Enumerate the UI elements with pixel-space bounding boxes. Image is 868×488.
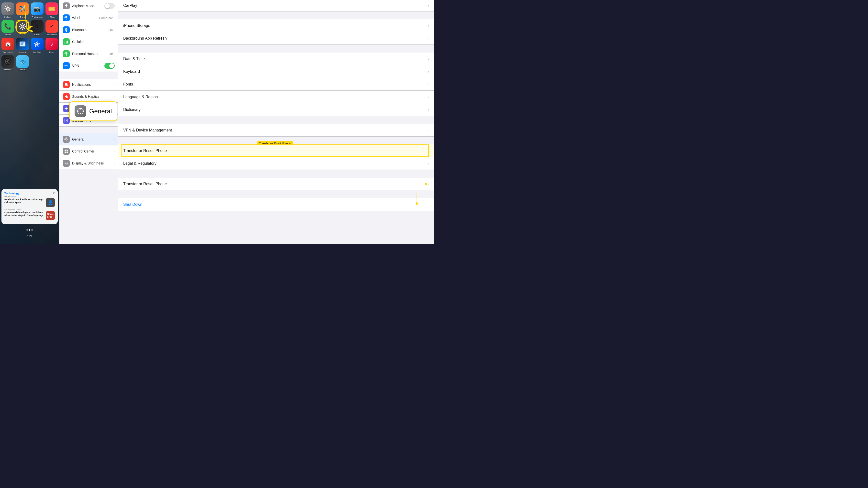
- app-item-journey[interactable]: Journey: [16, 38, 29, 53]
- date-time-chevron: ›: [428, 57, 429, 61]
- transfer-reset-item-2[interactable]: Transfer or Reset iPhone ›: [118, 178, 434, 190]
- vpn-content: VPN: [72, 63, 115, 69]
- svg-line-38: [66, 121, 67, 121]
- news-widget[interactable]: ⊘ Technology BARRON'S Facebook Stock Fal…: [1, 189, 58, 224]
- background-refresh-item[interactable]: Background App Refresh ›: [118, 32, 434, 45]
- carplay-item[interactable]: CarPlay ›: [118, 0, 434, 11]
- vpn-item[interactable]: VPN VPN: [59, 60, 118, 72]
- right-gap-6: [118, 190, 434, 198]
- app-grid: Settings ✈️ Travel 📷 Photography 🎫 mTick…: [0, 0, 59, 73]
- svg-rect-31: [65, 42, 65, 43]
- app-item-settings-circled[interactable]: [16, 20, 29, 36]
- wifi-label: Wi-Fi: [72, 16, 80, 20]
- bluetooth-label: Bluetooth: [72, 28, 87, 32]
- transfer-dot-indicator: [425, 183, 427, 185]
- news-thumb-1: 👤: [46, 198, 55, 207]
- svg-rect-23: [21, 44, 23, 45]
- fantastical-app-icon: 📅: [1, 38, 14, 50]
- display-item[interactable]: AA Display & Brightness ›: [59, 157, 118, 169]
- settings-app-icon: [1, 2, 14, 15]
- app-item-settings[interactable]: Settings: [1, 2, 14, 18]
- castro-app-label: Castro: [34, 33, 40, 36]
- app-item-fantastical[interactable]: 📅 Fantastical: [1, 38, 14, 53]
- vpn-toggle[interactable]: [104, 63, 115, 69]
- fantastical-app-label: Fantastical: [3, 51, 13, 53]
- cellular-chevron: ›: [114, 40, 115, 43]
- news-item-1[interactable]: Facebook Stock Falls as Zuckerberg Calls…: [4, 198, 55, 207]
- app-item-travel[interactable]: ✈️ Travel: [16, 2, 29, 18]
- svg-point-28: [7, 61, 8, 62]
- iphone-storage-item[interactable]: iPhone Storage ›: [118, 19, 434, 32]
- transfer-section-2: Transfer or Reset iPhone ›: [118, 178, 434, 190]
- display-content: Display & Brightness ›: [72, 161, 115, 165]
- notifications-item[interactable]: Notifications ›: [59, 79, 118, 91]
- mticket-app-label: mTicket: [49, 16, 55, 18]
- news-source1: BARRON'S: [4, 195, 55, 197]
- sounds-chevron: ›: [114, 95, 115, 98]
- dictionary-item[interactable]: Dictionary ›: [118, 103, 434, 116]
- language-region-item[interactable]: Language & Region ›: [118, 91, 434, 103]
- hotspot-icon: [63, 50, 70, 57]
- shutdown-item[interactable]: Shut Down: [118, 198, 434, 211]
- vpn-label: VPN: [72, 64, 79, 68]
- app-item-habitminder[interactable]: ✓ HabitMinder: [45, 20, 58, 36]
- travel-app-label: Travel: [20, 16, 25, 18]
- dictionary-label: Dictionary: [123, 107, 141, 112]
- news-headline-2: Controversial trading app Robinhood take…: [4, 211, 44, 217]
- language-region-label: Language & Region: [123, 95, 158, 99]
- bluetooth-item[interactable]: Bluetooth On ›: [59, 24, 118, 36]
- fonts-item[interactable]: Fonts ›: [118, 78, 434, 91]
- control-center-label: Control Center: [72, 149, 94, 153]
- wifi-item[interactable]: Wi-Fi Home392 ›: [59, 12, 118, 24]
- vpn-icon: VPN: [63, 62, 70, 69]
- svg-rect-45: [66, 150, 68, 151]
- hotspot-value: Off ›: [108, 52, 115, 56]
- settings-circled-icon: [16, 20, 29, 33]
- date-time-item[interactable]: Date & Time ›: [118, 53, 434, 65]
- sounds-item[interactable]: Sounds & Haptics ›: [59, 91, 118, 103]
- right-gap-2: [118, 45, 434, 53]
- svg-rect-46: [65, 152, 66, 153]
- phone-app-label: Phone: [5, 33, 10, 36]
- general-tooltip: General: [69, 101, 117, 121]
- keyboard-item[interactable]: Keyboard ›: [118, 65, 434, 78]
- app-item-photography[interactable]: 📷 Photography: [31, 2, 43, 18]
- app-item-discogs[interactable]: Discogs: [1, 55, 14, 71]
- music-app-icon: ♪: [45, 38, 58, 50]
- control-center-icon: [63, 148, 70, 155]
- right-panel: CarPlay › iPhone Storage › Background Ap…: [118, 0, 434, 244]
- general-item[interactable]: General ›: [59, 133, 118, 145]
- general-label: General: [72, 137, 84, 141]
- date-time-label: Date & Time: [123, 57, 145, 61]
- airplane-mode-toggle[interactable]: [104, 3, 115, 9]
- app-item-mticket[interactable]: 🎫 mTicket: [45, 2, 58, 18]
- app-item-appstore[interactable]: A App Store: [31, 38, 43, 53]
- control-center-content: Control Center ›: [72, 149, 115, 153]
- journey-app-icon: [16, 38, 29, 50]
- right-gap-3: [118, 116, 434, 124]
- news-item-2[interactable]: Controversial trading app Robinhood take…: [4, 211, 55, 220]
- vpn-device-item[interactable]: VPN & Device Management ›: [118, 124, 434, 137]
- legal-item[interactable]: Legal & Regulatory ›: [118, 157, 434, 170]
- notifications-chevron: ›: [114, 83, 115, 86]
- wifi-value: Home392 ›: [99, 16, 115, 20]
- svg-point-34: [66, 54, 67, 55]
- app-item-fishbowl[interactable]: 🐟 Fishbowl: [16, 55, 29, 71]
- bluetooth-chevron: ›: [114, 28, 115, 32]
- news-bottom-label: News: [0, 235, 59, 237]
- carplay-label: CarPlay: [123, 3, 137, 8]
- cellular-item[interactable]: Cellular ›: [59, 36, 118, 48]
- habitminder-app-icon: ✓: [45, 20, 58, 33]
- hotspot-item[interactable]: Personal Hotspot Off ›: [59, 48, 118, 60]
- transfer-reset-item[interactable]: Transfer or Reset iPhone ›: [118, 144, 434, 157]
- habitminder-app-label: HabitMinder: [46, 33, 57, 36]
- fonts-chevron: ›: [428, 83, 429, 86]
- airplane-mode-item[interactable]: Airplane Mode: [59, 0, 118, 12]
- control-center-item[interactable]: Control Center ›: [59, 145, 118, 157]
- middle-panel: Airplane Mode Wi-Fi Home392 ›: [59, 0, 118, 244]
- app-item-phone[interactable]: 📞 Phone: [1, 20, 14, 36]
- app-item-castro[interactable]: 🎙 Castro: [31, 20, 43, 36]
- discogs-app-icon: [1, 55, 14, 68]
- wifi-content: Wi-Fi Home392 ›: [72, 16, 115, 20]
- app-item-music[interactable]: ♪ Music: [45, 38, 58, 53]
